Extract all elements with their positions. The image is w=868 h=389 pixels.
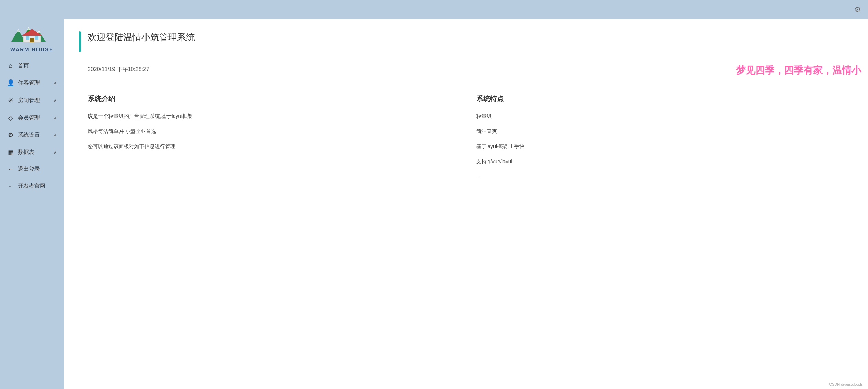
sidebar-item-data-label: 数据表 <box>18 149 50 156</box>
sidebar-logo: WARM HOUSE <box>0 19 64 57</box>
table-icon: ▦ <box>7 148 14 156</box>
header: ⚙ <box>0 0 868 19</box>
info-section: 系统介绍 该是一个轻量级的后台管理系统,基于layui框架 风格简洁简单,中小型… <box>64 84 868 198</box>
chevron-down-icon-member: ∧ <box>54 115 57 120</box>
sidebar-navigation: ⌂ 首页 👤 住客管理 ∧ ✳ 房间管理 ∧ ◇ 会员管理 ∧ <box>0 57 64 389</box>
sidebar-item-guest-label: 住客管理 <box>18 79 50 87</box>
chevron-down-icon: ∧ <box>54 80 57 85</box>
sidebar-item-settings[interactable]: ⚙ 系统设置 ∧ <box>0 126 64 144</box>
intro-title: 系统介绍 <box>88 94 456 103</box>
main-layout: WARM HOUSE ⌂ 首页 👤 住客管理 ∧ ✳ 房间管理 ∧ ◇ <box>0 19 868 389</box>
sidebar-item-logout-label: 退出登录 <box>18 166 57 173</box>
sidebar-item-logout[interactable]: ← 退出登录 <box>0 161 64 178</box>
settings-icon: ⚙ <box>7 131 14 139</box>
feature-item-0: 轻量级 <box>476 112 844 120</box>
room-icon: ✳ <box>7 96 14 104</box>
sidebar-item-data[interactable]: ▦ 数据表 ∧ <box>0 144 64 161</box>
brand-name: WARM HOUSE <box>10 46 53 52</box>
intro-item-2: 您可以通过该面板对如下信息进行管理 <box>88 142 456 151</box>
sidebar-item-home-label: 首页 <box>18 62 57 69</box>
sidebar-item-room[interactable]: ✳ 房间管理 ∧ <box>0 91 64 109</box>
intro-item-0: 该是一个轻量级的后台管理系统,基于layui框架 <box>88 112 456 120</box>
sidebar-item-settings-label: 系统设置 <box>18 132 50 139</box>
logout-icon: ← <box>7 166 14 173</box>
welcome-title: 欢迎登陆温情小筑管理系统 <box>88 31 195 43</box>
chevron-down-icon-room: ∧ <box>54 98 57 103</box>
footer-attribution: CSDN @pastclouds <box>829 382 863 386</box>
sidebar-item-room-label: 房间管理 <box>18 97 50 104</box>
home-icon: ⌂ <box>7 62 14 69</box>
dots-icon: ··· <box>7 184 14 189</box>
member-icon: ◇ <box>7 114 14 122</box>
feature-item-1: 简洁直爽 <box>476 127 844 135</box>
slogan-text: 梦见四季，四季有家，温情小 <box>736 64 861 77</box>
svg-rect-6 <box>26 36 29 40</box>
sidebar-item-home[interactable]: ⌂ 首页 <box>0 57 64 74</box>
features-title: 系统特点 <box>476 94 844 103</box>
system-features-col: 系统特点 轻量级 简洁直爽 基于layui框架,上手快 支持jq/vue/lay… <box>476 94 844 188</box>
gear-icon[interactable]: ⚙ <box>854 5 861 14</box>
svg-rect-8 <box>30 38 34 42</box>
sidebar-item-devsite-label: 开发者官网 <box>18 182 57 190</box>
svg-rect-7 <box>35 36 38 40</box>
intro-item-1: 风格简洁简单,中小型企业首选 <box>88 127 456 135</box>
feature-item-4: ... <box>476 173 844 181</box>
sidebar-item-devsite[interactable]: ··· 开发者官网 <box>0 178 64 194</box>
main-content: 欢迎登陆温情小筑管理系统 梦见四季，四季有家，温情小 2020/11/19 下午… <box>64 19 868 389</box>
chevron-down-icon-settings: ∧ <box>54 133 57 137</box>
person-icon: 👤 <box>7 79 14 87</box>
welcome-accent-bar <box>79 31 81 52</box>
sidebar-item-guest[interactable]: 👤 住客管理 ∧ <box>0 74 64 91</box>
feature-item-2: 基于layui框架,上手快 <box>476 142 844 151</box>
welcome-section: 欢迎登陆温情小筑管理系统 <box>64 19 868 59</box>
feature-item-3: 支持jq/vue/layui <box>476 157 844 166</box>
system-intro-col: 系统介绍 该是一个轻量级的后台管理系统,基于layui框架 风格简洁简单,中小型… <box>88 94 456 188</box>
sidebar-item-member-label: 会员管理 <box>18 114 50 122</box>
logo-image <box>4 23 59 45</box>
sidebar-item-member[interactable]: ◇ 会员管理 ∧ <box>0 109 64 126</box>
chevron-down-icon-data: ∧ <box>54 150 57 155</box>
sidebar: WARM HOUSE ⌂ 首页 👤 住客管理 ∧ ✳ 房间管理 ∧ ◇ <box>0 19 64 389</box>
